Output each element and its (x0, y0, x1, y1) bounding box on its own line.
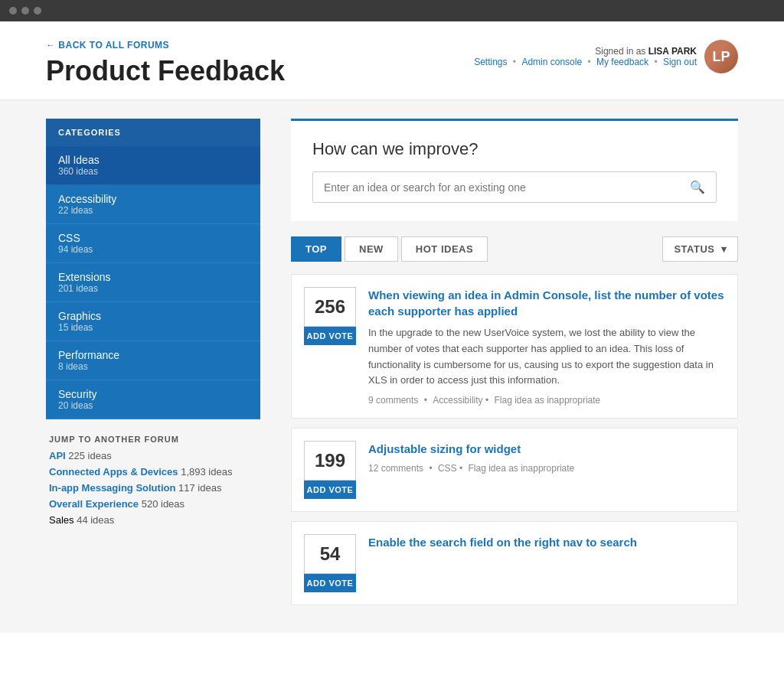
idea-meta-2: 12 comments • CSS • Flag idea as inappro… (368, 463, 725, 474)
idea-card-1: 256 ADD VOTE When viewing an idea in Adm… (291, 274, 738, 419)
category-count: 20 ideas (58, 400, 248, 411)
vote-count-1: 256 (304, 287, 356, 327)
comments-1: 9 comments (368, 395, 418, 406)
category-item-performance[interactable]: Performance 8 ideas (46, 341, 260, 380)
vote-box-3: 54 ADD VOTE (304, 534, 356, 592)
idea-meta-1: 9 comments • Accessibility • Flag idea a… (368, 395, 725, 406)
search-bar: 🔍 (312, 171, 717, 203)
category-count: 15 ideas (58, 322, 248, 333)
category-count: 8 ideas (58, 361, 248, 372)
category-list: All Ideas 360 ideas Accessibility 22 ide… (46, 146, 260, 419)
header-left: ← BACK TO ALL FORUMS Product Feedback (46, 40, 285, 87)
improve-section: How can we improve? 🔍 (291, 119, 738, 221)
category-name: Extensions (58, 271, 248, 283)
flag-link-1[interactable]: Flag idea as inappropriate (495, 395, 601, 406)
search-button[interactable]: 🔍 (679, 172, 716, 202)
category-name: Accessibility (58, 193, 248, 205)
title-bar (0, 0, 784, 21)
vote-count-3: 54 (304, 534, 356, 574)
jump-link-overall[interactable]: Overall Experience (49, 498, 139, 510)
category-name: All Ideas (58, 154, 248, 166)
idea-content-2: Adjustable sizing for widget 12 comments… (368, 441, 725, 499)
header-top: ← BACK TO ALL FORUMS Product Feedback Si… (46, 40, 738, 87)
chevron-down-icon: ▾ (721, 243, 727, 255)
category-count: 22 ideas (58, 205, 248, 216)
sort-new-button[interactable]: NEW (345, 236, 398, 262)
signed-in-label: Signed in as LISA PARK (474, 46, 697, 57)
jump-count-api: 225 ideas (68, 450, 111, 461)
flag-link-2[interactable]: Flag idea as inappropriate (469, 463, 575, 474)
idea-title-1[interactable]: When viewing an idea in Admin Console, l… (368, 287, 725, 319)
header: ← BACK TO ALL FORUMS Product Feedback Si… (0, 21, 784, 100)
jump-label: JUMP TO ANOTHER FORUM (49, 435, 257, 444)
jump-count-overall: 520 ideas (142, 498, 185, 510)
admin-console-link[interactable]: Admin console (521, 57, 582, 67)
jump-count-connected-apps: 1,893 ideas (181, 466, 232, 478)
idea-card-2: 199 ADD VOTE Adjustable sizing for widge… (291, 428, 738, 512)
user-name: LISA PARK (648, 46, 697, 57)
improve-title: How can we improve? (312, 139, 717, 159)
categories-label: CATEGORIES (46, 119, 260, 146)
category-item-css[interactable]: CSS 94 ideas (46, 224, 260, 263)
content-area: How can we improve? 🔍 TOP NEW HOT IDEAS … (276, 100, 738, 633)
category-link-1[interactable]: Accessibility (433, 395, 482, 406)
my-feedback-link[interactable]: My feedback (596, 57, 648, 67)
idea-title-2[interactable]: Adjustable sizing for widget (368, 441, 725, 457)
sidebar: CATEGORIES All Ideas 360 ideas Accessibi… (46, 100, 276, 633)
jump-link-api[interactable]: API (49, 450, 66, 461)
sort-top-button[interactable]: TOP (291, 236, 341, 262)
jump-item-api: API 225 ideas (49, 450, 257, 461)
user-info: Signed in as LISA PARK Settings • Admin … (474, 40, 738, 73)
jump-name-sales: Sales (49, 514, 74, 526)
settings-link[interactable]: Settings (474, 57, 507, 67)
status-dropdown[interactable]: STATUS ▾ (662, 236, 738, 262)
jump-item-connected-apps: Connected Apps & Devices 1,893 ideas (49, 466, 257, 478)
sort-hot-ideas-button[interactable]: HOT IDEAS (401, 236, 488, 262)
category-item-extensions[interactable]: Extensions 201 ideas (46, 263, 260, 302)
category-name: Security (58, 388, 248, 400)
category-count: 360 ideas (58, 166, 248, 177)
window-dot-1 (9, 7, 17, 15)
user-links: Settings • Admin console • My feedback •… (474, 57, 697, 67)
idea-card-3: 54 ADD VOTE Enable the search field on t… (291, 521, 738, 605)
category-name: Graphics (58, 310, 248, 322)
user-info-text-block: Signed in as LISA PARK Settings • Admin … (474, 46, 697, 67)
idea-content-3: Enable the search field on the right nav… (368, 534, 725, 592)
app-container: ← BACK TO ALL FORUMS Product Feedback Si… (0, 21, 784, 678)
jump-item-sales: Sales 44 ideas (49, 514, 257, 526)
jump-item-in-app: In-app Messaging Solution 117 ideas (49, 482, 257, 494)
jump-item-overall: Overall Experience 520 ideas (49, 498, 257, 510)
page-title: Product Feedback (46, 55, 285, 87)
category-item-security[interactable]: Security 20 ideas (46, 380, 260, 419)
category-count: 94 ideas (58, 244, 248, 255)
vote-box-1: 256 ADD VOTE (304, 287, 356, 406)
add-vote-button-2[interactable]: ADD VOTE (304, 481, 356, 499)
jump-link-in-app[interactable]: In-app Messaging Solution (49, 482, 175, 494)
main-layout: CATEGORIES All Ideas 360 ideas Accessibi… (0, 100, 784, 633)
comments-2: 12 comments (368, 463, 423, 474)
idea-content-1: When viewing an idea in Admin Console, l… (368, 287, 725, 406)
add-vote-button-1[interactable]: ADD VOTE (304, 327, 356, 345)
category-name: CSS (58, 232, 248, 244)
category-item-accessibility[interactable]: Accessibility 22 ideas (46, 185, 260, 224)
window-dot-2 (21, 7, 29, 15)
jump-link-connected-apps[interactable]: Connected Apps & Devices (49, 466, 178, 478)
category-name: Performance (58, 349, 248, 361)
add-vote-button-3[interactable]: ADD VOTE (304, 574, 356, 592)
vote-count-2: 199 (304, 441, 356, 481)
sort-bar: TOP NEW HOT IDEAS STATUS ▾ (291, 236, 738, 262)
idea-body-1: In the upgrade to the new UserVoice syst… (368, 325, 725, 389)
sign-out-link[interactable]: Sign out (663, 57, 697, 67)
status-label: STATUS (674, 243, 714, 255)
search-input[interactable] (313, 172, 679, 202)
idea-title-3[interactable]: Enable the search field on the right nav… (368, 534, 725, 550)
category-item-all-ideas[interactable]: All Ideas 360 ideas (46, 146, 260, 185)
back-link[interactable]: ← BACK TO ALL FORUMS (46, 40, 285, 51)
vote-box-2: 199 ADD VOTE (304, 441, 356, 499)
avatar: LP (704, 40, 738, 73)
category-item-graphics[interactable]: Graphics 15 ideas (46, 302, 260, 341)
window-dot-3 (34, 7, 41, 15)
category-count: 201 ideas (58, 283, 248, 294)
jump-section: JUMP TO ANOTHER FORUM API 225 ideas Conn… (46, 435, 260, 526)
category-link-2[interactable]: CSS (438, 463, 457, 474)
